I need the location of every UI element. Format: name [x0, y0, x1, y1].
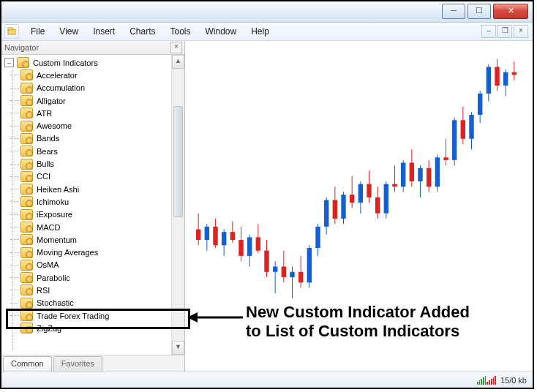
svg-rect-3 [196, 230, 200, 241]
svg-rect-31 [315, 227, 320, 248]
svg-rect-33 [324, 200, 328, 226]
tree-item[interactable]: Bands [4, 132, 184, 145]
tree-item-label: Heiken Ashi [36, 185, 79, 194]
tree-item[interactable]: Parabolic [4, 271, 184, 284]
svg-rect-69 [478, 94, 482, 115]
chart-area[interactable] [185, 41, 533, 372]
tree-item[interactable]: Accumulation [4, 82, 184, 94]
tree-item-label: Bulls [36, 159, 54, 168]
svg-rect-11 [230, 232, 235, 240]
tree-item-label: RSI [36, 286, 50, 295]
tree-item[interactable]: Stochastic [4, 297, 184, 309]
svg-rect-39 [350, 195, 354, 203]
tree-item-label: Bands [36, 134, 59, 143]
indicator-icon [20, 171, 33, 182]
svg-rect-57 [427, 168, 431, 186]
tab-favorites[interactable]: Favorites [53, 356, 102, 372]
tree-item-label: Alligator [36, 97, 66, 105]
tree-item[interactable]: Trade Forex Trading [4, 309, 184, 322]
window-close-button[interactable]: ✕ [493, 4, 528, 19]
tree-item[interactable]: Awesome [4, 119, 184, 132]
mdi-restore-button[interactable]: ❐ [497, 25, 512, 38]
tree-item[interactable]: Ichimoku [4, 195, 184, 208]
mdi-close-button[interactable]: × [514, 25, 528, 38]
tree-item[interactable]: CCI [4, 170, 184, 183]
svg-rect-55 [418, 168, 422, 181]
connection-signal-icon [477, 375, 496, 385]
tree-item[interactable]: Heiken Ashi [4, 183, 184, 195]
indicator-icon [20, 121, 33, 132]
tree-item-label: CCI [36, 172, 50, 181]
tree-item[interactable]: Bears [4, 145, 184, 157]
indicator-icon [20, 95, 33, 106]
tree-item[interactable]: Moving Averages [4, 246, 184, 258]
navigator-close-button[interactable]: × [170, 42, 182, 53]
candlestick-chart [192, 48, 525, 314]
tree-item[interactable]: ZigZag [4, 322, 184, 334]
svg-rect-73 [495, 67, 499, 85]
app-icon[interactable] [4, 24, 19, 39]
scroll-thumb[interactable] [173, 106, 183, 217]
window-maximize-button[interactable]: ☐ [467, 4, 491, 19]
menu-help[interactable]: Help [244, 26, 277, 37]
app-window: ─ ☐ ✕ File View Insert Charts Tools Wind… [0, 0, 534, 389]
tree-item[interactable]: Momentum [4, 233, 184, 246]
indicator-icon [20, 159, 33, 170]
svg-rect-75 [503, 72, 508, 86]
tree-item[interactable]: RSI [4, 284, 184, 296]
indicator-icon [20, 247, 33, 258]
navigator-scrollbar[interactable]: ▲ ▼ [171, 55, 184, 355]
menu-window[interactable]: Window [198, 26, 244, 37]
tree-item[interactable]: ATR [4, 107, 184, 119]
tab-common[interactable]: Common [3, 356, 52, 372]
svg-rect-53 [410, 163, 414, 181]
indicator-icon [20, 146, 33, 157]
menu-bar: File View Insert Charts Tools Window Hel… [1, 23, 533, 41]
menu-file[interactable]: File [23, 26, 52, 37]
status-network: 15/0 kb [500, 376, 527, 385]
svg-rect-37 [341, 195, 345, 219]
tree-item-label: Stochastic [36, 298, 74, 307]
menu-insert[interactable]: Insert [86, 26, 122, 37]
navigator-title: Navigator [4, 43, 39, 52]
tree-item-label: Trade Forex Trading [36, 312, 109, 320]
scroll-up-button[interactable]: ▲ [172, 55, 184, 69]
indicator-icon [20, 108, 33, 118]
status-bar: 15/0 kb [1, 372, 533, 388]
indicator-icon [20, 323, 33, 333]
tree-item[interactable]: Alligator [4, 94, 184, 107]
svg-rect-1 [8, 28, 12, 30]
svg-rect-45 [375, 197, 380, 214]
tree-item[interactable]: OsMA [4, 259, 184, 271]
window-minimize-button[interactable]: ─ [442, 4, 465, 19]
indicator-icon [20, 222, 33, 233]
navigator-header[interactable]: Navigator × [1, 41, 184, 55]
tree-item-label: Bears [36, 147, 58, 156]
tree-item[interactable]: iExposure [4, 208, 184, 221]
scroll-down-button[interactable]: ▼ [172, 341, 184, 355]
menu-charts[interactable]: Charts [122, 26, 162, 37]
mdi-minimize-button[interactable]: – [481, 25, 496, 38]
tree-item-label: ATR [36, 109, 52, 118]
indicator-icon [20, 298, 33, 309]
tree-item[interactable]: MACD [4, 221, 184, 233]
svg-rect-13 [239, 240, 243, 256]
svg-rect-15 [247, 237, 252, 255]
tree-item-label: Awesome [36, 121, 72, 130]
tree-item-label: Ichimoku [36, 197, 69, 206]
tree-root-label[interactable]: Custom Indicators [32, 59, 98, 67]
menu-view[interactable]: View [52, 26, 86, 37]
window-titlebar[interactable]: ─ ☐ ✕ [1, 1, 533, 23]
indicator-icon [20, 310, 33, 321]
tree-item[interactable]: Bulls [4, 157, 184, 170]
svg-rect-17 [256, 237, 260, 250]
tree-collapse-icon[interactable]: – [4, 58, 14, 67]
svg-rect-47 [384, 184, 388, 214]
menu-tools[interactable]: Tools [163, 26, 198, 37]
tree-item[interactable]: Accelerator [4, 69, 184, 81]
svg-rect-61 [443, 157, 448, 160]
indicator-icon [20, 234, 33, 245]
navigator-panel: Navigator × – Custom Indicators Accelera… [1, 41, 185, 372]
svg-rect-51 [401, 163, 405, 187]
navigator-tree[interactable]: – Custom Indicators AcceleratorAccumulat… [1, 55, 184, 355]
